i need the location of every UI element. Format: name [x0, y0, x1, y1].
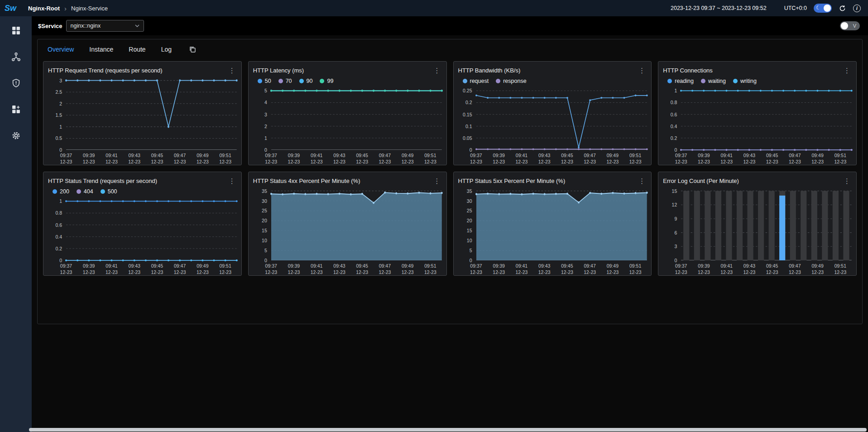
chart-title: HTTP Request Trend (requests per second) — [48, 67, 163, 74]
filter-bar: $Service nginx::nginx V — [32, 16, 868, 35]
tab-instance[interactable]: Instance — [89, 46, 113, 53]
sidebar-item-marketplace[interactable] — [10, 103, 22, 115]
app-logo[interactable]: Sw — [5, 4, 28, 13]
tab-overview[interactable]: Overview — [48, 46, 74, 53]
theme-toggle[interactable]: ☾ — [814, 4, 832, 13]
chart-menu-button[interactable]: ⋮ — [227, 178, 237, 184]
x-tick-label: 09:3712-23 — [470, 263, 482, 275]
chart-legend: readingwaitingwriting — [663, 76, 852, 86]
x-tick-label: 09:4312-23 — [743, 263, 756, 275]
copy-tab-button[interactable] — [189, 46, 196, 53]
y-tick-label: 20 — [467, 218, 472, 223]
y-tick-label: 5 — [264, 88, 267, 93]
chart-menu-button[interactable]: ⋮ — [842, 67, 852, 74]
horizontal-scrollbar[interactable] — [29, 428, 867, 432]
copy-icon — [189, 46, 196, 53]
legend-dot-icon — [258, 79, 262, 83]
legend-item[interactable]: reading — [667, 78, 694, 84]
legend-item[interactable]: 50 — [258, 78, 271, 84]
chart-plot — [476, 187, 647, 260]
tab-route[interactable]: Route — [129, 46, 145, 53]
chart-menu-button[interactable]: ⋮ — [432, 178, 442, 184]
x-tick-label: 09:3712-23 — [265, 263, 277, 275]
y-tick-label: 3 — [59, 78, 62, 83]
x-tick-label: 09:4112-23 — [516, 153, 528, 165]
x-tick-label: 09:4512-23 — [766, 263, 778, 275]
service-select[interactable]: nginx::nginx — [66, 20, 144, 32]
sidebar — [0, 16, 32, 432]
y-tick-label: 35 — [262, 188, 267, 194]
legend-item[interactable]: 500 — [101, 188, 117, 195]
chart-card: HTTP Latency (ms)⋮5070909901234509:3712-… — [248, 61, 447, 165]
tab-bar: Overview Instance Route Log — [38, 39, 862, 58]
chart-card-header: HTTP Bandwidth (KB/s)⋮ — [458, 65, 647, 76]
legend-label: 500 — [108, 188, 117, 195]
y-tick-label: 10 — [467, 238, 472, 243]
legend-item[interactable]: request — [463, 78, 489, 84]
legend-item[interactable]: response — [496, 78, 526, 84]
service-select-value: nginx::nginx — [71, 23, 101, 29]
legend-item[interactable]: waiting — [701, 78, 726, 84]
y-tick-label: 5 — [470, 248, 472, 253]
chart-card-header: HTTP Connections⋮ — [663, 65, 852, 76]
topology-icon — [11, 52, 21, 62]
x-tick-label: 09:4312-23 — [538, 153, 551, 165]
x-tick-label: 09:4712-23 — [789, 263, 801, 275]
time-range-picker[interactable]: 2023-12-23 09:37 ~ 2023-12-23 09:52 — [671, 5, 767, 11]
x-tick-label: 09:4112-23 — [720, 263, 733, 275]
chart-card-header: HTTP Status Trend (requests per second)⋮ — [48, 175, 237, 186]
legend-item[interactable]: 90 — [299, 78, 313, 84]
x-tick-label: 09:4312-23 — [128, 153, 140, 165]
legend-item[interactable]: writing — [733, 78, 757, 84]
x-axis: 09:3712-2309:3912-2309:4112-2309:4312-23… — [476, 150, 647, 162]
legend-item[interactable]: 404 — [77, 188, 93, 195]
y-tick-label: 0.6 — [55, 222, 62, 228]
y-tick-label: 0.05 — [463, 135, 472, 141]
y-tick-label: 20 — [262, 218, 267, 223]
y-tick-label: 3 — [264, 112, 267, 117]
y-tick-label: 0.2 — [465, 100, 472, 105]
breadcrumb-root[interactable]: Nginx-Root — [28, 5, 60, 12]
chart-menu-button[interactable]: ⋮ — [227, 67, 237, 74]
chart-menu-button[interactable]: ⋮ — [432, 67, 442, 74]
legend-item[interactable]: 70 — [278, 78, 292, 84]
y-tick-label: 0 — [59, 258, 62, 263]
chart-menu-button[interactable]: ⋮ — [842, 178, 852, 184]
x-tick-label: 09:3912-23 — [288, 153, 300, 165]
x-tick-label: 09:5112-23 — [629, 263, 642, 275]
y-axis: 00.20.40.60.81 — [663, 87, 681, 150]
y-tick-label: 0.25 — [463, 88, 472, 93]
x-tick-label: 09:3912-23 — [698, 263, 710, 275]
refresh-button[interactable] — [839, 5, 846, 12]
sidebar-item-alerting[interactable] — [10, 77, 22, 89]
chart-menu-button[interactable]: ⋮ — [637, 178, 647, 184]
chart-body: 00.511.522.5309:3712-2309:3912-2309:4112… — [48, 77, 237, 162]
x-tick-label: 09:4712-23 — [174, 153, 186, 165]
legend-label: 99 — [327, 78, 333, 84]
chart-body: 0369121509:3712-2309:3912-2309:4112-2309… — [663, 187, 852, 273]
legend-dot-icon — [278, 79, 283, 83]
legend-dot-icon — [77, 189, 81, 194]
chart-menu-button[interactable]: ⋮ — [637, 67, 647, 74]
x-tick-label: 09:5112-23 — [219, 153, 231, 165]
x-tick-label: 09:4512-23 — [151, 153, 163, 165]
x-tick-label: 09:4512-23 — [766, 153, 778, 165]
x-tick-label: 09:5112-23 — [834, 263, 846, 275]
legend-item[interactable]: 200 — [53, 188, 69, 195]
sidebar-item-settings[interactable] — [10, 130, 22, 141]
x-tick-label: 09:4712-23 — [584, 263, 596, 275]
chart-legend: 50709099 — [253, 76, 442, 86]
sidebar-item-topology[interactable] — [10, 51, 22, 62]
sidebar-item-dashboards[interactable] — [10, 24, 22, 36]
refresh-icon — [839, 5, 846, 12]
y-axis: 05101520253035 — [458, 187, 476, 260]
legend-item[interactable]: 99 — [320, 78, 333, 84]
legend-label: 50 — [265, 78, 271, 84]
tab-log[interactable]: Log — [161, 46, 172, 53]
x-tick-label: 09:3712-23 — [265, 153, 277, 165]
x-tick-label: 09:4312-23 — [333, 153, 345, 165]
view-mode-toggle[interactable]: V — [840, 21, 860, 30]
x-tick-label: 09:3712-23 — [675, 263, 687, 275]
breadcrumb-current[interactable]: Nginx-Service — [71, 5, 108, 12]
info-icon[interactable]: i — [853, 5, 861, 12]
